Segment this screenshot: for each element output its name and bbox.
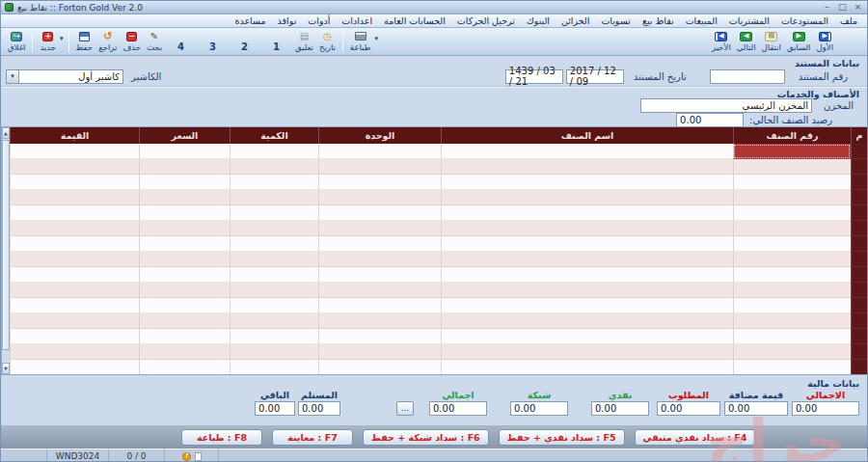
menu-adjustments[interactable]: تسويات (595, 14, 637, 27)
save-button[interactable]: حفظ (73, 29, 96, 54)
table-cell-itemname[interactable] (441, 221, 733, 236)
vertical-scrollbar[interactable]: ▲ ▼ (1, 127, 10, 374)
table-cell-price[interactable] (139, 175, 230, 190)
table-row[interactable] (10, 175, 867, 190)
card-input[interactable]: 0.00 (510, 401, 568, 416)
column-header-item-name[interactable]: اسم الصنف (441, 127, 733, 144)
cash-input[interactable]: 0.00 (591, 401, 649, 416)
scroll-down-icon[interactable]: ▼ (2, 363, 10, 374)
table-cell-qty[interactable] (230, 344, 318, 360)
table-cell-price[interactable] (139, 267, 230, 283)
pay-cash-save-f5-button[interactable]: F5 : سداد نقدي + حفظ (499, 429, 625, 446)
table-cell-itemno[interactable] (733, 221, 851, 236)
table-cell-unit[interactable] (318, 313, 441, 329)
table-cell-itemno[interactable] (733, 190, 851, 205)
table-cell-itemno[interactable] (733, 144, 851, 159)
close-document-button[interactable]: ↪ اغلاق (5, 29, 28, 54)
warehouse-input[interactable]: المخزن الرئيسي (640, 98, 812, 113)
table-cell-unit[interactable] (318, 267, 441, 283)
table-cell-itemno[interactable] (733, 329, 851, 344)
history-button[interactable]: ◷ تاريخ (316, 29, 339, 54)
cashier-dropdown-icon[interactable]: ▾ (6, 69, 18, 84)
table-cell-value[interactable] (10, 313, 139, 329)
table-cell-qty[interactable] (230, 221, 318, 236)
table-row[interactable] (10, 329, 867, 344)
table-row[interactable] (10, 313, 867, 329)
table-cell-qty[interactable] (230, 205, 318, 221)
table-row[interactable] (10, 159, 867, 175)
delete-button[interactable]: − حذف (120, 29, 144, 54)
table-cell-price[interactable] (139, 313, 230, 329)
table-cell-value[interactable] (10, 221, 139, 236)
table-cell-itemname[interactable] (441, 344, 733, 360)
previous-record-button[interactable]: ▶ السابق (784, 29, 814, 54)
print-button[interactable]: طباعة (347, 29, 374, 54)
slot-2[interactable]: 2 (241, 41, 248, 55)
table-cell-qty[interactable] (230, 175, 318, 190)
document-number-input[interactable] (710, 69, 785, 84)
table-row[interactable] (10, 360, 867, 374)
received-input[interactable]: 0.00 (298, 401, 340, 416)
menu-sales[interactable]: المبيعات (680, 14, 723, 27)
menu-tools[interactable]: أدوات (302, 14, 336, 27)
table-cell-qty[interactable] (230, 190, 318, 205)
table-cell-price[interactable] (139, 159, 230, 175)
table-cell-value[interactable] (10, 360, 139, 374)
item-balance-value[interactable]: 0.00 (676, 113, 744, 127)
amount-due-input[interactable]: 0.00 (657, 401, 720, 416)
scroll-up-icon[interactable]: ▲ (2, 127, 10, 139)
table-cell-itemname[interactable] (441, 144, 733, 159)
table-cell-price[interactable] (139, 252, 230, 267)
undo-button[interactable]: ↺ تراجع (95, 29, 120, 54)
menu-settings[interactable]: اعدادات (336, 14, 378, 27)
table-row[interactable] (10, 221, 867, 236)
table-cell-itemname[interactable] (441, 283, 733, 298)
table-row[interactable] (10, 144, 867, 159)
table-cell-itemname[interactable] (441, 175, 733, 190)
column-header-item-number[interactable]: رقم الصنف (733, 127, 851, 144)
table-row[interactable] (10, 344, 867, 360)
table-cell-unit[interactable] (318, 344, 441, 360)
goto-record-button[interactable]: ▤ انتقال (759, 29, 784, 54)
table-cell-value[interactable] (10, 175, 139, 190)
table-cell-qty[interactable] (230, 329, 318, 344)
table-cell-value[interactable] (10, 344, 139, 360)
table-cell-value[interactable] (10, 236, 139, 252)
table-cell-unit[interactable] (318, 175, 441, 190)
menu-safes[interactable]: الخزائن (556, 14, 595, 27)
table-cell-itemno[interactable] (733, 298, 851, 313)
pay-card-save-f6-button[interactable]: F6 : سداد شبكة + حفظ (363, 429, 489, 446)
table-cell-price[interactable] (139, 221, 230, 236)
table-cell-unit[interactable] (318, 360, 441, 374)
menu-pos[interactable]: نقاط بيع (637, 14, 680, 27)
menu-windows[interactable]: نوافذ (272, 14, 303, 27)
close-icon[interactable]: × (853, 2, 863, 13)
table-cell-price[interactable] (139, 298, 230, 313)
table-row[interactable] (10, 267, 867, 283)
table-cell-itemno[interactable] (733, 252, 851, 267)
print-f8-button[interactable]: F8 : طباعة (181, 429, 262, 446)
menu-file[interactable]: ملف (834, 14, 863, 27)
table-cell-value[interactable] (10, 329, 139, 344)
table-cell-price[interactable] (139, 283, 230, 298)
table-cell-itemno[interactable] (733, 236, 851, 252)
table-cell-price[interactable] (139, 205, 230, 221)
vat-input[interactable]: 0.00 (724, 401, 788, 416)
column-header-price[interactable]: السعر (139, 127, 230, 144)
change-input[interactable]: 0.00 (255, 401, 295, 416)
table-cell-itemno[interactable] (733, 283, 851, 298)
table-cell-qty[interactable] (230, 252, 318, 267)
next-record-button[interactable]: ◀ التالي (734, 29, 759, 54)
table-cell-value[interactable] (10, 144, 139, 159)
gregorian-date-input[interactable]: 2017 / 12 / 09 (566, 69, 624, 84)
table-cell-unit[interactable] (318, 283, 441, 298)
table-cell-itemname[interactable] (441, 360, 733, 374)
scrollbar-thumb[interactable] (2, 140, 10, 350)
slot-4[interactable]: 4 (177, 41, 184, 55)
table-cell-itemno[interactable] (733, 159, 851, 175)
table-cell-price[interactable] (139, 329, 230, 344)
table-cell-itemno[interactable] (733, 267, 851, 283)
column-header-unit[interactable]: الوحدة (318, 127, 441, 144)
preview-f7-button[interactable]: F7 : معاينة (272, 429, 353, 446)
table-row[interactable] (10, 283, 867, 298)
